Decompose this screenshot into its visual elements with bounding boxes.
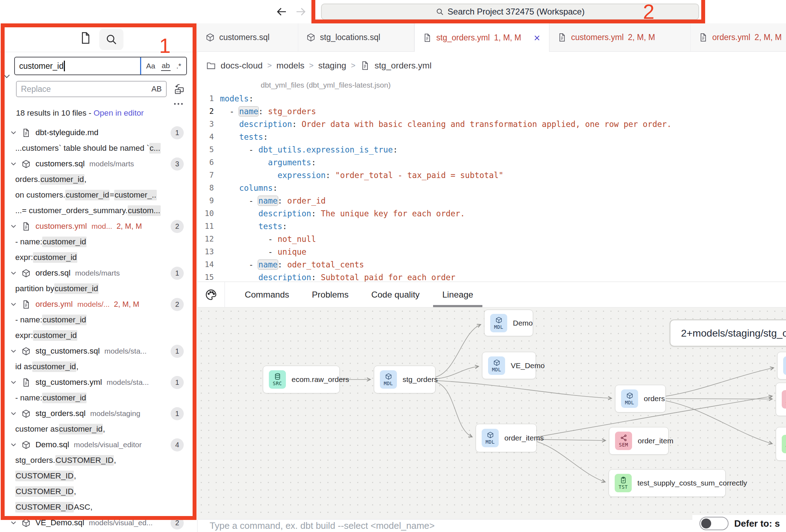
lineage-node-partial[interactable]: SEM xyxy=(776,383,786,416)
back-button[interactable] xyxy=(275,5,289,19)
toggle-replace-chevron-icon[interactable] xyxy=(1,71,12,82)
lineage-node-orders[interactable]: MDLorders xyxy=(615,385,666,412)
search-match-row[interactable]: CUSTOMER_ID, xyxy=(0,468,197,484)
match-count-badge: 1 xyxy=(171,407,184,420)
code-line: 2 - name: stg_orders xyxy=(198,105,786,118)
search-match-row[interactable]: stg_orders.CUSTOMER_ID, xyxy=(0,453,197,468)
search-match-row[interactable]: expr: customer_id xyxy=(0,328,197,343)
replace-input[interactable]: Replace AB xyxy=(16,81,167,97)
search-match-row[interactable]: - name: customer_id xyxy=(0,234,197,250)
file-result-row[interactable]: orders.ymlmodels/...2, M, M2 xyxy=(0,297,197,312)
lineage-node-VE_Demo[interactable]: MDLVE_Demo xyxy=(482,352,536,379)
panel-tab-commands[interactable]: Commands xyxy=(241,282,293,307)
search-input[interactable]: customer_id Aa ab .* xyxy=(14,57,187,75)
match-count-badge: 4 xyxy=(171,438,184,451)
tab-label: orders.yml xyxy=(712,33,750,42)
project-search-button[interactable]: Search Project 372475 (Workspace) xyxy=(321,4,699,20)
match-count-badge: 1 xyxy=(171,345,184,358)
lineage-canvas[interactable]: SRCecom.raw_ordersMDLstg_ordersMDLDemoMD… xyxy=(198,307,786,519)
file-result-row[interactable]: stg_customers.sqlmodels/sta...1 xyxy=(0,343,197,359)
code-line: 7 expression: "order_total - tax_paid = … xyxy=(198,169,786,182)
open-in-editor-link[interactable]: Open in editor xyxy=(94,109,144,117)
panel-tab-problems[interactable]: Problems xyxy=(308,282,352,307)
file-result-row[interactable]: orders.sqlmodels/marts1 xyxy=(0,265,197,281)
search-match-row[interactable]: customer as customer_id, xyxy=(0,421,197,437)
lineage-node-order_items[interactable]: MDLorder_items xyxy=(476,424,537,452)
regex-button[interactable]: .* xyxy=(176,62,181,70)
mdl-node-icon: MDL xyxy=(488,356,505,375)
forward-button[interactable] xyxy=(294,5,309,19)
lineage-node-stg_orders[interactable]: MDLstg_orders xyxy=(374,366,436,393)
file-path: models/sta... xyxy=(107,378,149,387)
code-lines: 1models:2 - name: stg_orders3 descriptio… xyxy=(198,92,786,282)
file-result-row[interactable]: stg_orders.sqlmodels/staging1 xyxy=(0,406,197,421)
code-line: 11 tests: xyxy=(198,220,786,233)
lineage-node-order_item[interactable]: SEMorder_item xyxy=(609,427,669,455)
tab-stg_orders.yml[interactable]: stg_orders.yml1, M, M xyxy=(414,23,549,52)
lineage-node-partial[interactable]: MDL xyxy=(777,352,786,379)
file-path: mod... xyxy=(92,222,112,231)
folder-icon xyxy=(206,61,216,71)
chevron-down-icon xyxy=(9,519,18,527)
file-path: models/... xyxy=(77,300,110,309)
search-match-row[interactable]: orders.customer_id, xyxy=(0,172,197,187)
search-match-row[interactable]: ...= customer_orders_summary.custom... xyxy=(0,203,197,218)
chevron-down-icon xyxy=(9,300,18,309)
search-match-row[interactable]: id as customer_id, xyxy=(0,359,197,375)
tab-label: stg_orders.yml xyxy=(436,33,490,43)
lineage-node-test_supply_costs_sum_correctly[interactable]: TSTtest_supply_costs_sum_correctly xyxy=(609,469,726,497)
match-case-button[interactable]: Aa xyxy=(146,62,155,70)
node-label: order_items xyxy=(504,434,544,442)
file-result-row[interactable]: stg_customers.ymlmodels/sta...1 xyxy=(0,375,197,390)
file-path: models/visual_ed... xyxy=(89,519,153,527)
lineage-group-node[interactable]: 2+models/staging/stg_or xyxy=(670,320,786,347)
command-input[interactable]: Type a command, ex. dbt build --select <… xyxy=(210,520,434,531)
panel-tab-lineage[interactable]: Lineage xyxy=(439,282,477,307)
more-actions-icon[interactable] xyxy=(172,98,189,110)
chevron-down-icon xyxy=(9,160,18,168)
match-count-badge: 2 xyxy=(171,516,184,530)
tab-customers.sql[interactable]: customers.sql xyxy=(198,23,298,51)
search-match-row[interactable]: on customers.customer_id = customer_.. xyxy=(0,187,197,203)
file-result-row[interactable]: dbt-styleguide.md1 xyxy=(0,125,197,140)
search-match-row[interactable]: CUSTOMER_ID, xyxy=(0,484,197,499)
tab-label: customers.yml xyxy=(571,33,624,42)
file-result-row[interactable]: Demo.sqlmodels/visual_editor4 xyxy=(0,437,197,453)
preserve-case-button[interactable]: AB xyxy=(151,84,162,94)
tab-orders.yml[interactable]: orders.yml2, M, M xyxy=(691,23,786,51)
file-result-row[interactable]: VE_Demo.sqlmodels/visual_ed...2 xyxy=(0,515,197,531)
new-file-icon[interactable] xyxy=(79,30,94,46)
breadcrumb[interactable]: docs-cloud > models > staging > stg_orde… xyxy=(198,52,786,79)
file-result-row[interactable]: customers.sqlmodels/marts3 xyxy=(0,156,197,172)
line-number: 14 xyxy=(198,258,214,271)
line-number: 5 xyxy=(198,143,214,156)
whole-word-button[interactable]: ab xyxy=(161,61,171,71)
search-match-row[interactable]: partition by customer_id xyxy=(0,281,197,297)
search-match-row[interactable]: CUSTOMER_ID ASC, xyxy=(0,499,197,515)
file-result-row[interactable]: customers.ymlmod...2, M, M2 xyxy=(0,218,197,234)
palette-icon[interactable] xyxy=(205,288,217,301)
defer-toggle[interactable] xyxy=(699,517,729,530)
search-match-row[interactable]: expr: customer_id xyxy=(0,250,197,265)
tab-stg_locations.sql[interactable]: stg_locations.sql xyxy=(298,23,414,51)
breadcrumb-part: models xyxy=(276,61,304,71)
lineage-node-partial[interactable]: TST xyxy=(776,427,786,461)
code-editor[interactable]: dbt_yml_files (dbt_yml_files-latest.json… xyxy=(198,79,786,282)
chevron-down-icon xyxy=(9,440,18,449)
lineage-node-ecom.raw_orders[interactable]: SRCecom.raw_orders xyxy=(263,366,340,393)
panel-tab-code-quality[interactable]: Code quality xyxy=(368,282,423,307)
search-match-row[interactable]: - name: customer_id xyxy=(0,390,197,406)
close-icon[interactable] xyxy=(533,34,541,42)
tab-customers.yml[interactable]: customers.yml2, M, M xyxy=(549,23,691,51)
code-line: 10 description: The unique key for each … xyxy=(198,207,786,220)
search-match-row[interactable]: - name: customer_id xyxy=(0,312,197,328)
search-tool-button[interactable] xyxy=(99,29,123,50)
replace-all-icon[interactable] xyxy=(172,81,189,97)
lineage-node-Demo[interactable]: MDLDemo xyxy=(484,310,533,336)
node-label: ecom.raw_orders xyxy=(292,375,349,384)
palette-cell xyxy=(198,282,225,307)
model-icon xyxy=(21,159,31,169)
match-count-badge: 3 xyxy=(171,157,184,171)
panel-tabs: CommandsProblemsCode qualityLineage xyxy=(241,282,492,307)
search-match-row[interactable]: ...customers` table should be named `c..… xyxy=(0,140,197,156)
